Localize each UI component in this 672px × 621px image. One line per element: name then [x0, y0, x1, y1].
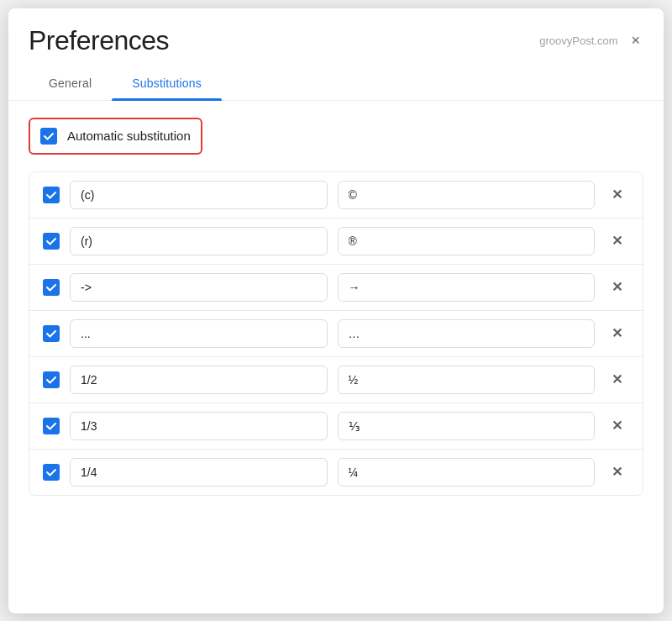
to-input[interactable] [338, 319, 596, 348]
checkmark-icon [45, 235, 57, 247]
auto-substitution-label: Automatic substitution [67, 129, 191, 143]
checkmark-icon [43, 130, 55, 142]
delete-button[interactable]: ✕ [605, 183, 629, 206]
checkmark-icon [45, 420, 57, 432]
delete-button[interactable]: ✕ [605, 460, 629, 483]
table-row: ✕ [29, 357, 643, 403]
from-input[interactable] [70, 227, 328, 255]
table-row: ✕ [29, 265, 643, 311]
to-input[interactable] [338, 458, 596, 487]
to-input[interactable] [338, 412, 596, 440]
row-checkbox[interactable] [43, 464, 60, 481]
to-input[interactable] [338, 273, 596, 302]
close-button[interactable]: × [627, 29, 643, 53]
tab-general[interactable]: General [29, 66, 112, 100]
checkmark-icon [45, 282, 57, 293]
delete-button[interactable]: ✕ [605, 322, 629, 345]
substitutions-scroll[interactable]: ✕✕✕✕✕✕✕ [29, 172, 643, 495]
preferences-dialog: Preferences groovyPost.com × General Sub… [8, 8, 664, 613]
row-checkbox[interactable] [43, 418, 60, 434]
row-checkbox[interactable] [43, 371, 60, 388]
from-input[interactable] [70, 458, 328, 487]
dialog-header: Preferences groovyPost.com × [8, 8, 664, 63]
substitutions-table: ✕✕✕✕✕✕✕ [29, 171, 643, 496]
header-right: groovyPost.com × [539, 29, 643, 53]
table-row: ✕ [29, 450, 643, 495]
auto-substitution-row: Automatic substitution [29, 118, 202, 155]
from-input[interactable] [70, 319, 328, 348]
row-checkbox[interactable] [43, 233, 60, 250]
from-input[interactable] [70, 181, 328, 209]
tab-content: Automatic substitution ✕✕✕✕✕✕✕ [8, 101, 664, 513]
watermark: groovyPost.com [539, 34, 617, 47]
from-input[interactable] [70, 273, 328, 302]
from-input[interactable] [70, 412, 328, 440]
checkmark-icon [45, 328, 57, 339]
table-row: ✕ [29, 218, 643, 265]
delete-button[interactable]: ✕ [605, 276, 629, 298]
table-row: ✕ [29, 172, 643, 218]
to-input[interactable] [338, 181, 596, 209]
auto-substitution-checkbox[interactable] [40, 128, 57, 145]
to-input[interactable] [338, 227, 596, 255]
from-input[interactable] [70, 366, 328, 394]
dialog-title: Preferences [29, 25, 169, 56]
delete-button[interactable]: ✕ [605, 414, 629, 437]
delete-button[interactable]: ✕ [605, 368, 629, 391]
checkmark-icon [45, 189, 57, 201]
to-input[interactable] [338, 366, 596, 394]
row-checkbox[interactable] [43, 279, 60, 296]
table-row: ✕ [29, 311, 643, 357]
tab-substitutions[interactable]: Substitutions [112, 66, 222, 100]
row-checkbox[interactable] [43, 187, 60, 203]
checkmark-icon [45, 466, 57, 478]
table-row: ✕ [29, 403, 643, 450]
tab-bar: General Substitutions [8, 66, 664, 101]
delete-button[interactable]: ✕ [605, 229, 629, 252]
row-checkbox[interactable] [43, 325, 60, 342]
checkmark-icon [45, 374, 57, 386]
